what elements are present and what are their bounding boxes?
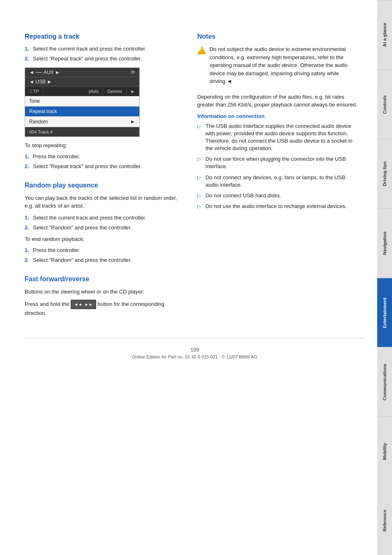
tab-label: At a glance — [382, 23, 387, 47]
tab-label: Entertainment — [382, 297, 387, 328]
step-num: 1. — [25, 45, 30, 53]
step-text: Press the controller. — [33, 247, 80, 254]
step-num: 2. — [25, 257, 30, 264]
random-intro: You can play back the tracks of the sele… — [25, 194, 185, 210]
ff-buttons: ◄◄ ►► — [71, 300, 96, 309]
random-step-item: 1. Select the current track and press th… — [25, 214, 185, 222]
random-steps: 1. Select the current track and press th… — [25, 214, 185, 231]
tab-reference[interactable]: Reference — [377, 486, 392, 555]
notes-title: Notes — [197, 33, 357, 40]
warning-text: Do not subject the audio device to extre… — [210, 45, 357, 89]
bullet-list: ▷ The USB audio interface supplies the c… — [197, 123, 357, 210]
bullet-arrow-icon: ▷ — [197, 203, 202, 210]
stop-step-item: 1. Press the controller. — [25, 153, 185, 160]
tab-entertainment[interactable]: Entertainment — [377, 278, 392, 347]
step-text: Select "Repeat track" and press the cont… — [33, 55, 142, 62]
side-tabs: At a glance Controls Driving tips Naviga… — [377, 0, 392, 555]
ui-ylists-item: ylists — [85, 87, 103, 96]
bullet-text: Do not use force when plugging the conne… — [205, 155, 357, 170]
bullet-arrow-icon: ▷ — [197, 192, 202, 199]
step-text: Select "Repeat track" and press the cont… — [33, 163, 142, 170]
bullet-text: The USB audio interface supplies the con… — [205, 123, 357, 153]
ui-genres-item: Genres — [103, 87, 127, 96]
step-num: 2. — [25, 224, 30, 231]
ui-rows: Tone Repeat track Random ► — [25, 96, 139, 127]
footer: 189 Online Edition for Part no. 01 41 0 … — [25, 338, 365, 363]
step-item: 1. Select the current track and press th… — [25, 45, 185, 53]
stop-repeat-text: To stop repeating: — [25, 142, 185, 149]
tab-label: Reference — [382, 509, 387, 531]
ff-forward-icon: ►► — [83, 301, 94, 308]
step-text: Select "Random" and press the controller… — [33, 224, 131, 231]
ui-screenshot: ◄ ── AUX ► ⟳ ◄ USB ► □ TP ylists Genres … — [25, 67, 140, 137]
bullet-arrow-icon: ▷ — [197, 174, 202, 189]
stop-step-item: 2. Select "Repeat track" and press the c… — [25, 163, 185, 170]
ui-secondbar: ◄ USB ► — [25, 77, 139, 87]
bullet-item: ▷ Do not connect any devices, e.g. fans … — [197, 174, 357, 189]
bullet-arrow-icon: ▷ — [197, 155, 202, 170]
ui-row-tone: Tone — [25, 96, 139, 106]
repeating-steps: 1. Select the current track and press th… — [25, 45, 185, 62]
note-para2: Depending on the configuration of the au… — [197, 93, 357, 109]
warning-block: Do not subject the audio device to extre… — [197, 45, 357, 89]
step-text: Press the controller. — [33, 153, 80, 160]
step-num: 1. — [25, 214, 30, 222]
tp-label: □ TP — [29, 89, 39, 94]
step-num: 1. — [25, 153, 30, 160]
ui-topbar: ◄ ── AUX ► ⟳ — [25, 68, 139, 77]
tab-label: Controls — [382, 95, 387, 113]
bullet-text: Do not connect USB hard disks. — [205, 192, 281, 199]
fast-forward-title: Fast forward/reverse — [25, 275, 185, 283]
tab-communications[interactable]: Communications — [377, 347, 392, 416]
fast-intro: Buttons on the steering wheel or on the … — [25, 288, 185, 296]
end-step-item: 1. Press the controller. — [25, 247, 185, 254]
step-text: Select the current track and press the c… — [33, 45, 146, 53]
footer-text: Online Edition for Part no. 01 41 0 015 … — [25, 354, 365, 359]
ui-tp-item: □ TP — [25, 87, 44, 96]
tab-label: Navigation — [382, 231, 387, 254]
fast-detail-prefix: Press and hold the — [25, 301, 69, 307]
tab-label: Driving tips — [382, 161, 387, 186]
bullet-text: Do not use the audio interface to rechar… — [205, 203, 347, 210]
ui-track: 004 Track 4 — [25, 127, 139, 136]
ui-menubar: □ TP ylists Genres ► — [25, 87, 139, 96]
bullet-item: ▷ Do not use force when plugging the con… — [197, 155, 357, 170]
info-connection-title: Information on connection — [197, 113, 357, 119]
topbar-left: ◄ ── AUX ► — [29, 69, 60, 75]
ui-arrow-item: ► — [127, 87, 139, 96]
ff-back-icon: ◄◄ — [73, 301, 83, 308]
end-step-item: 2. Select "Random" and press the control… — [25, 257, 185, 264]
end-random-steps: 1. Press the controller. 2. Select "Rand… — [25, 247, 185, 264]
step-item: 2. Select "Repeat track" and press the c… — [25, 55, 185, 62]
tab-navigation[interactable]: Navigation — [377, 208, 392, 278]
step-text: Select "Random" and press the controller… — [33, 257, 131, 264]
tab-controls[interactable]: Controls — [377, 69, 392, 139]
bullet-arrow-icon: ▷ — [197, 123, 202, 153]
topbar-right: ⟳ — [131, 69, 135, 75]
stop-steps: 1. Press the controller. 2. Select "Repe… — [25, 153, 185, 170]
random-play-title: Random play sequence — [25, 182, 185, 189]
secondbar-label: ◄ USB ► — [29, 79, 52, 85]
bullet-text: Do not connect any devices, e.g. fans or… — [205, 174, 357, 189]
tab-mobility[interactable]: Mobility — [377, 416, 392, 486]
tab-label: Mobility — [382, 443, 387, 460]
random-arrow: ► — [130, 119, 135, 125]
step-num: 2. — [25, 163, 30, 170]
bullet-item: ▷ The USB audio interface supplies the c… — [197, 123, 357, 153]
tab-label: Communications — [382, 364, 387, 400]
random-label: Random — [29, 119, 48, 125]
step-num: 2. — [25, 55, 30, 62]
bullet-item: ▷ Do not connect USB hard disks. — [197, 192, 357, 199]
random-step-item: 2. Select "Random" and press the control… — [25, 224, 185, 231]
repeating-track-title: Repeating a track — [25, 33, 185, 40]
ui-row-repeat: Repeat track — [25, 106, 139, 117]
warning-icon — [197, 46, 206, 54]
step-text: Select the current track and press the c… — [33, 214, 146, 222]
step-num: 1. — [25, 247, 30, 254]
tab-driving-tips[interactable]: Driving tips — [377, 139, 392, 208]
bullet-item: ▷ Do not use the audio interface to rech… — [197, 203, 357, 210]
tab-at-a-glance[interactable]: At a glance — [377, 0, 392, 69]
page-number: 189 — [25, 347, 365, 353]
end-random-text: To end random playback: — [25, 236, 185, 243]
fast-detail: Press and hold the ◄◄ ►► button for the … — [25, 300, 185, 317]
